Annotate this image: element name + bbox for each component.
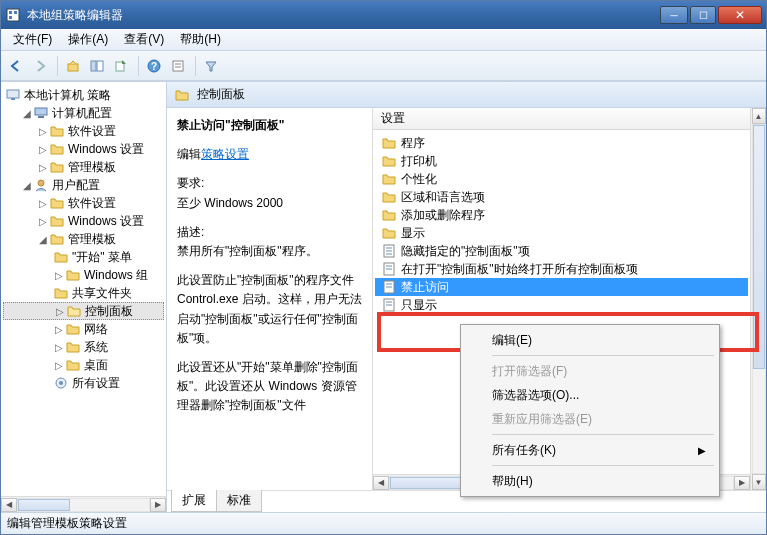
tree-admin-templates-2[interactable]: ◢ 管理模板 (3, 230, 164, 248)
scroll-left-button[interactable]: ◀ (1, 498, 17, 512)
list-item[interactable]: 显示 (375, 224, 748, 242)
scroll-right-button[interactable]: ▶ (150, 498, 166, 512)
tree-start-menu[interactable]: "开始" 菜单 (3, 248, 164, 266)
context-filter-options[interactable]: 筛选器选项(O)... (464, 383, 716, 407)
list-item[interactable]: 区域和语言选项 (375, 188, 748, 206)
folder-icon (65, 357, 81, 373)
tree-hscrollbar[interactable]: ◀ ▶ (1, 496, 166, 512)
tree-windows-settings-1[interactable]: ▷ Windows 设置 (3, 140, 164, 158)
svg-rect-16 (38, 116, 44, 118)
list-item[interactable]: 在打开"控制面板"时始终打开所有控制面板项 (375, 260, 748, 278)
folder-icon (65, 321, 81, 337)
properties-button[interactable] (167, 55, 189, 77)
context-edit-label: 编辑(E) (492, 332, 532, 349)
scroll-track[interactable] (17, 498, 150, 512)
menu-action[interactable]: 操作(A) (60, 29, 116, 50)
collapse-icon[interactable]: ◢ (21, 108, 33, 119)
expand-icon[interactable]: ▷ (53, 342, 65, 353)
computer-icon (33, 105, 49, 121)
context-edit[interactable]: 编辑(E) (464, 328, 716, 352)
maximize-button[interactable]: ☐ (690, 6, 716, 24)
forward-button[interactable] (29, 55, 51, 77)
list-item[interactable]: 只显示 (375, 296, 748, 314)
svg-rect-3 (9, 16, 12, 19)
list-item[interactable]: 添加或删除程序 (375, 206, 748, 224)
app-icon (5, 7, 21, 23)
edit-policy-link[interactable]: 策略设置 (201, 147, 249, 161)
tree-windows-settings-2[interactable]: ▷ Windows 设置 (3, 212, 164, 230)
expand-icon[interactable]: ▷ (53, 360, 65, 371)
scroll-up-button[interactable]: ▲ (752, 108, 766, 124)
policy-heading: 禁止访问"控制面板" (177, 116, 362, 135)
list-item[interactable]: 隐藏指定的"控制面板"项 (375, 242, 748, 260)
list-vscrollbar[interactable]: ▲ ▼ (750, 108, 766, 490)
list-header-settings[interactable]: 设置 (373, 108, 750, 130)
tree-system[interactable]: ▷ 系统 (3, 338, 164, 356)
list-item-label: 在打开"控制面板"时始终打开所有控制面板项 (401, 261, 638, 278)
tree-label: 网络 (84, 321, 108, 338)
tree-computer-config[interactable]: ◢ 计算机配置 (3, 104, 164, 122)
expand-icon[interactable]: ▷ (37, 198, 49, 209)
back-button[interactable] (5, 55, 27, 77)
tab-extended[interactable]: 扩展 (171, 490, 217, 512)
tree-desktop[interactable]: ▷ 桌面 (3, 356, 164, 374)
scroll-thumb[interactable] (753, 125, 765, 369)
tree-root[interactable]: 本地计算机 策略 (3, 86, 164, 104)
filter-button[interactable] (200, 55, 222, 77)
up-button[interactable] (62, 55, 84, 77)
policy-icon (381, 243, 397, 259)
export-button[interactable] (110, 55, 132, 77)
collapse-icon[interactable]: ◢ (37, 234, 49, 245)
menu-help[interactable]: 帮助(H) (172, 29, 229, 50)
policy-icon (381, 297, 397, 313)
scroll-down-button[interactable]: ▼ (752, 474, 766, 490)
context-openfilter-label: 打开筛选器(F) (492, 363, 567, 380)
tree-user-config[interactable]: ◢ 用户配置 (3, 176, 164, 194)
context-help[interactable]: 帮助(H) (464, 469, 716, 493)
expand-icon[interactable]: ▷ (54, 306, 66, 317)
expand-icon[interactable]: ▷ (53, 324, 65, 335)
scroll-left-button[interactable]: ◀ (373, 476, 389, 490)
help-button[interactable]: ? (143, 55, 165, 77)
tree-network[interactable]: ▷ 网络 (3, 320, 164, 338)
context-open-filter[interactable]: 打开筛选器(F) (464, 359, 716, 383)
tree-software-settings-2[interactable]: ▷ 软件设置 (3, 194, 164, 212)
tree-control-panel[interactable]: ▷ 控制面板 (3, 302, 164, 320)
expand-icon[interactable]: ▷ (37, 162, 49, 173)
list-item[interactable]: 程序 (375, 134, 748, 152)
menu-view[interactable]: 查看(V) (116, 29, 172, 50)
list-item-selected[interactable]: 禁止访问 (375, 278, 748, 296)
collapse-icon[interactable]: ◢ (21, 180, 33, 191)
list-item[interactable]: 个性化 (375, 170, 748, 188)
svg-rect-4 (68, 64, 78, 71)
expand-icon[interactable]: ▷ (37, 216, 49, 227)
policy-tree[interactable]: 本地计算机 策略 ◢ 计算机配置 ▷ 软件设置 ▷ Windows 设置 (1, 82, 166, 496)
svg-point-17 (38, 180, 44, 186)
tree-admin-templates-1[interactable]: ▷ 管理模板 (3, 158, 164, 176)
scroll-thumb[interactable] (18, 499, 70, 511)
scroll-right-button[interactable]: ▶ (734, 476, 750, 490)
context-filteropts-label: 筛选器选项(O)... (492, 387, 579, 404)
scroll-track[interactable] (752, 124, 766, 474)
tree-all-settings[interactable]: 所有设置 (3, 374, 164, 392)
expand-icon[interactable]: ▷ (37, 144, 49, 155)
tree-windows-components[interactable]: ▷ Windows 组 (3, 266, 164, 284)
folder-icon (49, 195, 65, 211)
context-reapply-filter[interactable]: 重新应用筛选器(E) (464, 407, 716, 431)
expand-icon[interactable]: ▷ (53, 270, 65, 281)
tree-software-settings-1[interactable]: ▷ 软件设置 (3, 122, 164, 140)
list-item[interactable]: 打印机 (375, 152, 748, 170)
window-title: 本地组策略编辑器 (27, 7, 658, 24)
close-button[interactable]: ✕ (718, 6, 762, 24)
user-icon (33, 177, 49, 193)
tree-shared-folders[interactable]: 共享文件夹 (3, 284, 164, 302)
list-item-label: 禁止访问 (401, 279, 449, 296)
tab-standard[interactable]: 标准 (216, 490, 262, 512)
tree-label: 用户配置 (52, 177, 100, 194)
svg-rect-15 (35, 108, 47, 115)
expand-icon[interactable]: ▷ (37, 126, 49, 137)
menu-file[interactable]: 文件(F) (5, 29, 60, 50)
context-all-tasks[interactable]: 所有任务(K)▶ (464, 438, 716, 462)
minimize-button[interactable]: ─ (660, 6, 688, 24)
show-hide-tree-button[interactable] (86, 55, 108, 77)
